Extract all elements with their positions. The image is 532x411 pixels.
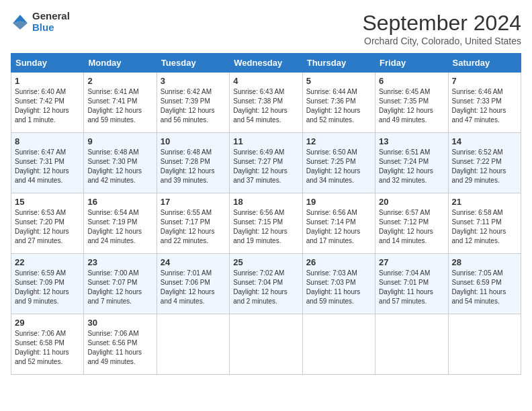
calendar-table: SundayMondayTuesdayWednesdayThursdayFrid… (11, 53, 521, 375)
day-info: Sunrise: 7:06 AMSunset: 6:58 PMDaylight:… (15, 329, 80, 367)
page-header: General Blue September 2024 Orchard City… (11, 11, 521, 46)
logo-icon (11, 13, 30, 32)
calendar-cell: 4Sunrise: 6:43 AMSunset: 7:38 PMDaylight… (230, 73, 302, 133)
day-info: Sunrise: 6:46 AMSunset: 7:33 PMDaylight:… (452, 87, 517, 125)
column-header-tuesday: Tuesday (157, 54, 229, 73)
day-number: 1 (15, 76, 80, 86)
calendar-cell: 17Sunrise: 6:55 AMSunset: 7:17 PMDayligh… (157, 193, 229, 254)
day-number: 7 (452, 76, 517, 86)
logo: General Blue (11, 11, 70, 33)
day-number: 29 (15, 318, 80, 328)
calendar-cell: 27Sunrise: 7:04 AMSunset: 7:01 PMDayligh… (375, 254, 448, 314)
day-number: 19 (306, 197, 371, 207)
day-info: Sunrise: 7:04 AMSunset: 7:01 PMDaylight:… (379, 269, 444, 306)
calendar-cell: 7Sunrise: 6:46 AMSunset: 7:33 PMDaylight… (448, 73, 521, 133)
location: Orchard City, Colorado, United States (362, 36, 521, 46)
day-number: 21 (452, 197, 517, 207)
day-info: Sunrise: 7:00 AMSunset: 7:07 PMDaylight:… (87, 269, 152, 306)
calendar-cell: 6Sunrise: 6:45 AMSunset: 7:35 PMDaylight… (375, 73, 448, 133)
day-info: Sunrise: 6:55 AMSunset: 7:17 PMDaylight:… (161, 208, 226, 246)
calendar-cell: 2Sunrise: 6:41 AMSunset: 7:41 PMDaylight… (84, 73, 157, 133)
day-number: 13 (379, 136, 444, 146)
day-number: 22 (15, 257, 80, 267)
day-info: Sunrise: 6:42 AMSunset: 7:39 PMDaylight:… (161, 87, 226, 125)
calendar-header-row: SundayMondayTuesdayWednesdayThursdayFrid… (11, 54, 521, 73)
day-number: 9 (87, 136, 152, 146)
day-number: 20 (379, 197, 444, 207)
day-number: 6 (379, 76, 444, 86)
calendar-week-row: 8Sunrise: 6:47 AMSunset: 7:31 PMDaylight… (11, 133, 521, 193)
calendar-week-row: 22Sunrise: 6:59 AMSunset: 7:09 PMDayligh… (11, 254, 521, 314)
calendar-cell: 28Sunrise: 7:05 AMSunset: 6:59 PMDayligh… (448, 254, 521, 314)
day-number: 2 (87, 76, 152, 86)
column-header-monday: Monday (84, 54, 157, 73)
day-number: 5 (306, 76, 371, 86)
day-info: Sunrise: 6:44 AMSunset: 7:36 PMDaylight:… (306, 87, 371, 125)
calendar-cell: 3Sunrise: 6:42 AMSunset: 7:39 PMDaylight… (157, 73, 229, 133)
title-area: September 2024 Orchard City, Colorado, U… (362, 11, 521, 46)
day-number: 3 (161, 76, 226, 86)
day-info: Sunrise: 6:49 AMSunset: 7:27 PMDaylight:… (233, 148, 298, 185)
day-number: 10 (161, 136, 226, 146)
day-info: Sunrise: 6:51 AMSunset: 7:24 PMDaylight:… (379, 148, 444, 185)
day-number: 16 (87, 197, 152, 207)
day-number: 8 (15, 136, 80, 146)
calendar-cell: 18Sunrise: 6:56 AMSunset: 7:15 PMDayligh… (230, 193, 302, 254)
day-number: 23 (87, 257, 152, 267)
calendar-cell: 22Sunrise: 6:59 AMSunset: 7:09 PMDayligh… (11, 254, 84, 314)
day-info: Sunrise: 6:58 AMSunset: 7:11 PMDaylight:… (452, 208, 517, 246)
day-info: Sunrise: 7:05 AMSunset: 6:59 PMDaylight:… (452, 269, 517, 306)
calendar-week-row: 29Sunrise: 7:06 AMSunset: 6:58 PMDayligh… (11, 314, 521, 375)
day-info: Sunrise: 6:40 AMSunset: 7:42 PMDaylight:… (15, 87, 80, 125)
day-info: Sunrise: 6:56 AMSunset: 7:15 PMDaylight:… (233, 208, 298, 246)
calendar-cell: 8Sunrise: 6:47 AMSunset: 7:31 PMDaylight… (11, 133, 84, 193)
day-number: 18 (233, 197, 298, 207)
day-info: Sunrise: 6:59 AMSunset: 7:09 PMDaylight:… (15, 269, 80, 306)
calendar-cell: 24Sunrise: 7:01 AMSunset: 7:06 PMDayligh… (157, 254, 229, 314)
calendar-cell (375, 314, 448, 375)
calendar-cell: 25Sunrise: 7:02 AMSunset: 7:04 PMDayligh… (230, 254, 302, 314)
day-info: Sunrise: 6:57 AMSunset: 7:12 PMDaylight:… (379, 208, 444, 246)
day-number: 25 (233, 257, 298, 267)
calendar-cell: 11Sunrise: 6:49 AMSunset: 7:27 PMDayligh… (230, 133, 302, 193)
day-number: 12 (306, 136, 371, 146)
calendar-cell: 26Sunrise: 7:03 AMSunset: 7:03 PMDayligh… (302, 254, 375, 314)
day-info: Sunrise: 6:54 AMSunset: 7:19 PMDaylight:… (87, 208, 152, 246)
day-info: Sunrise: 6:45 AMSunset: 7:35 PMDaylight:… (379, 87, 444, 125)
day-number: 17 (161, 197, 226, 207)
calendar-cell: 15Sunrise: 6:53 AMSunset: 7:20 PMDayligh… (11, 193, 84, 254)
column-header-thursday: Thursday (302, 54, 375, 73)
day-info: Sunrise: 6:43 AMSunset: 7:38 PMDaylight:… (233, 87, 298, 125)
calendar-cell: 14Sunrise: 6:52 AMSunset: 7:22 PMDayligh… (448, 133, 521, 193)
calendar-cell: 13Sunrise: 6:51 AMSunset: 7:24 PMDayligh… (375, 133, 448, 193)
calendar-cell (157, 314, 229, 375)
day-info: Sunrise: 6:41 AMSunset: 7:41 PMDaylight:… (87, 87, 152, 125)
day-info: Sunrise: 7:06 AMSunset: 6:56 PMDaylight:… (87, 329, 152, 367)
calendar-cell: 12Sunrise: 6:50 AMSunset: 7:25 PMDayligh… (302, 133, 375, 193)
calendar-week-row: 1Sunrise: 6:40 AMSunset: 7:42 PMDaylight… (11, 73, 521, 133)
column-header-saturday: Saturday (448, 54, 521, 73)
calendar-cell: 19Sunrise: 6:56 AMSunset: 7:14 PMDayligh… (302, 193, 375, 254)
day-number: 28 (452, 257, 517, 267)
column-header-friday: Friday (375, 54, 448, 73)
calendar-cell: 16Sunrise: 6:54 AMSunset: 7:19 PMDayligh… (84, 193, 157, 254)
day-number: 30 (87, 318, 152, 328)
calendar-cell (448, 314, 521, 375)
day-info: Sunrise: 7:03 AMSunset: 7:03 PMDaylight:… (306, 269, 371, 306)
day-number: 14 (452, 136, 517, 146)
month-title: September 2024 (362, 11, 521, 36)
calendar-cell: 29Sunrise: 7:06 AMSunset: 6:58 PMDayligh… (11, 314, 84, 375)
day-number: 4 (233, 76, 298, 86)
day-number: 24 (161, 257, 226, 267)
logo-text: General Blue (32, 11, 70, 33)
column-header-wednesday: Wednesday (230, 54, 302, 73)
calendar-cell (230, 314, 302, 375)
day-info: Sunrise: 7:01 AMSunset: 7:06 PMDaylight:… (161, 269, 226, 306)
day-info: Sunrise: 6:48 AMSunset: 7:30 PMDaylight:… (87, 148, 152, 185)
day-number: 27 (379, 257, 444, 267)
day-info: Sunrise: 6:50 AMSunset: 7:25 PMDaylight:… (306, 148, 371, 185)
calendar-cell: 5Sunrise: 6:44 AMSunset: 7:36 PMDaylight… (302, 73, 375, 133)
day-info: Sunrise: 7:02 AMSunset: 7:04 PMDaylight:… (233, 269, 298, 306)
calendar-week-row: 15Sunrise: 6:53 AMSunset: 7:20 PMDayligh… (11, 193, 521, 254)
calendar-cell: 23Sunrise: 7:00 AMSunset: 7:07 PMDayligh… (84, 254, 157, 314)
